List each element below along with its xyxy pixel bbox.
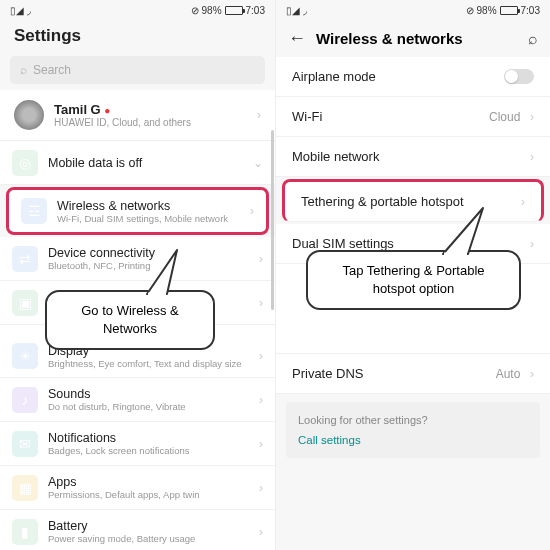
row-subtitle: Do not disturb, Ringtone, Vibrate (48, 401, 253, 412)
row-title: Wi-Fi (292, 109, 322, 124)
row-title: Apps (48, 475, 253, 489)
chevron-right-icon: › (259, 525, 263, 539)
chevron-right-icon: › (259, 393, 263, 407)
other-settings-question: Looking for other settings? (298, 414, 528, 426)
row-title: Battery (48, 519, 253, 533)
chevron-right-icon: › (521, 195, 525, 209)
profile-subtitle: HUAWEI ID, Cloud, and others (54, 117, 251, 128)
chevron-right-icon: › (259, 437, 263, 451)
chevron-right-icon: › (257, 108, 261, 122)
row-value: Auto (496, 367, 521, 381)
display-icon: ☀ (12, 343, 38, 369)
mobile-data-icon: ◎ (12, 150, 38, 176)
chevron-right-icon: › (530, 110, 534, 124)
row-title: Dual SIM settings (292, 236, 394, 251)
wifi-icon: ◞ (27, 5, 31, 16)
row-title: Sounds (48, 387, 253, 401)
connectivity-icon: ⇄ (12, 246, 38, 272)
signal-icon: ▯◢ (286, 5, 300, 16)
alarm-off-icon: ⊘ (466, 5, 474, 16)
profile-row[interactable]: Tamil G ● HUAWEI ID, Cloud, and others › (0, 90, 275, 141)
search-icon[interactable]: ⌕ (528, 30, 538, 48)
chevron-down-icon: ⌄ (253, 156, 263, 170)
clock-time: 7:03 (246, 5, 265, 16)
row-notifications[interactable]: ✉ Notifications Badges, Lock screen noti… (0, 422, 275, 466)
battery-percent: 98% (202, 5, 222, 16)
row-subtitle: Badges, Lock screen notifications (48, 445, 253, 456)
chevron-right-icon: › (259, 349, 263, 363)
notifications-icon: ✉ (12, 431, 38, 457)
battery-percent: 98% (477, 5, 497, 16)
row-wireless-networks[interactable]: ☲ Wireless & networks Wi-Fi, Dual SIM se… (6, 187, 269, 235)
call-settings-link[interactable]: Call settings (298, 434, 528, 446)
row-tethering-hotspot[interactable]: Tethering & portable hotspot › (282, 179, 544, 222)
home-icon: ▣ (12, 290, 38, 316)
chevron-right-icon: › (250, 204, 254, 218)
callout-right: Tap Tethering & Portable hotspot option (306, 250, 521, 310)
row-wifi[interactable]: Wi-Fi Cloud › (276, 97, 550, 137)
other-settings-box: Looking for other settings? Call setting… (286, 402, 540, 458)
row-title: Mobile data is off (48, 156, 247, 170)
row-title: Wireless & networks (57, 199, 244, 213)
alarm-off-icon: ⊘ (191, 5, 199, 16)
battery-icon (225, 6, 243, 15)
row-title: Airplane mode (292, 69, 376, 84)
row-title: Tethering & portable hotspot (301, 194, 464, 209)
callout-text: Tap Tethering & Portable hotspot option (342, 263, 484, 296)
row-mobile-network[interactable]: Mobile network › (276, 137, 550, 177)
battery-icon (500, 6, 518, 15)
chevron-right-icon: › (530, 150, 534, 164)
row-title: Private DNS (292, 366, 364, 381)
profile-name: Tamil G (54, 102, 101, 117)
row-subtitle: Brightness, Eye comfort, Text and displa… (48, 358, 253, 369)
signal-icon: ▯◢ (10, 5, 24, 16)
row-apps[interactable]: ▦ Apps Permissions, Default apps, App tw… (0, 466, 275, 510)
callout-left: Go to Wireless & Networks (45, 290, 215, 350)
row-subtitle: Permissions, Default apps, App twin (48, 489, 253, 500)
row-mobile-data[interactable]: ◎ Mobile data is off ⌄ (0, 141, 275, 185)
chevron-right-icon: › (259, 296, 263, 310)
wifi-icon: ☲ (21, 198, 47, 224)
apps-icon: ▦ (12, 475, 38, 501)
callout-text: Go to Wireless & Networks (81, 303, 179, 336)
page-title: Settings (0, 20, 275, 56)
search-icon: ⌕ (20, 63, 27, 77)
row-subtitle: Power saving mode, Battery usage (48, 533, 253, 544)
airplane-toggle[interactable] (504, 69, 534, 84)
row-subtitle: Wi-Fi, Dual SIM settings, Mobile network (57, 213, 244, 224)
clock-time: 7:03 (521, 5, 540, 16)
notification-dot-icon: ● (104, 105, 110, 116)
scrollbar[interactable] (271, 130, 274, 310)
settings-screen: ▯◢ ◞ ⊘ 98% 7:03 Settings ⌕ Search Tamil … (0, 0, 275, 550)
wireless-networks-screen: ▯◢ ◞ ⊘ 98% 7:03 ← Wireless & networks ⌕ … (275, 0, 550, 550)
row-value: Cloud (489, 110, 520, 124)
row-private-dns[interactable]: Private DNS Auto › (276, 354, 550, 394)
search-placeholder: Search (33, 63, 71, 77)
chevron-right-icon: › (530, 367, 534, 381)
back-button[interactable]: ← (288, 28, 306, 49)
sounds-icon: ♪ (12, 387, 38, 413)
row-battery[interactable]: ▮ Battery Power saving mode, Battery usa… (0, 510, 275, 550)
row-airplane-mode[interactable]: Airplane mode (276, 57, 550, 97)
battery-row-icon: ▮ (12, 519, 38, 545)
row-device-connectivity[interactable]: ⇄ Device connectivity Bluetooth, NFC, Pr… (0, 237, 275, 281)
chevron-right-icon: › (259, 252, 263, 266)
row-sounds[interactable]: ♪ Sounds Do not disturb, Ringtone, Vibra… (0, 378, 275, 422)
status-bar: ▯◢ ◞ ⊘ 98% 7:03 (0, 0, 275, 20)
search-input[interactable]: ⌕ Search (10, 56, 265, 84)
avatar (14, 100, 44, 130)
row-title: Mobile network (292, 149, 379, 164)
chevron-right-icon: › (530, 237, 534, 251)
row-title: Notifications (48, 431, 253, 445)
wifi-icon: ◞ (303, 5, 307, 16)
chevron-right-icon: › (259, 481, 263, 495)
page-title: Wireless & networks (316, 30, 518, 47)
status-bar: ▯◢ ◞ ⊘ 98% 7:03 (276, 0, 550, 20)
